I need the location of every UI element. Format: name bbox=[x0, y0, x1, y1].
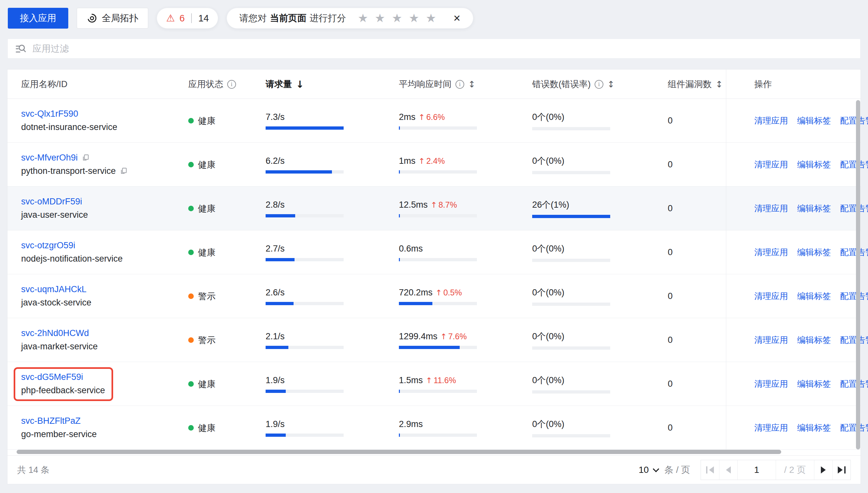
row-action-link[interactable]: 清理应用 bbox=[754, 422, 788, 433]
app-table-panel: 应用名称/ID 应用状态 i 请求量 ↓ 平均响应时间 i ↕ 错误数(错误率)… bbox=[7, 69, 861, 484]
row-action-link[interactable]: 清理应用 bbox=[754, 378, 788, 390]
row-action-link[interactable]: 清理应用 bbox=[754, 203, 788, 214]
row-action-link[interactable]: 编辑标签 bbox=[797, 203, 831, 214]
row-action-link[interactable]: 配置告警 bbox=[840, 159, 868, 170]
add-app-button[interactable]: 接入应用 bbox=[8, 8, 68, 28]
app-name-label: dotnet-insurance-service bbox=[21, 122, 118, 132]
app-status-cell: 健康 bbox=[174, 246, 251, 258]
error-count-cell: 26个(1%) bbox=[518, 199, 653, 218]
row-action-link[interactable]: 清理应用 bbox=[754, 246, 788, 258]
row-action-link[interactable]: 配置告警 bbox=[840, 203, 868, 214]
app-id-link[interactable]: svc-oMDDrF59i bbox=[21, 197, 82, 207]
vertical-scrollbar[interactable] bbox=[856, 100, 860, 449]
app-status-cell: 健康 bbox=[174, 203, 251, 214]
current-page-input[interactable]: 1 bbox=[737, 460, 776, 480]
row-action-link[interactable]: 配置告警 bbox=[840, 115, 868, 126]
star-icon[interactable]: ★ bbox=[392, 12, 402, 24]
row-action-link[interactable]: 清理应用 bbox=[754, 159, 788, 170]
response-time-bar bbox=[399, 126, 477, 130]
info-icon[interactable]: i bbox=[456, 80, 464, 89]
app-id-link[interactable]: svc-BHZFltPaZ bbox=[21, 416, 81, 426]
row-action-link[interactable]: 清理应用 bbox=[754, 335, 788, 346]
rating-text-suffix: 进行打分 bbox=[310, 12, 346, 24]
rating-stars[interactable]: ★★★★★ bbox=[358, 12, 436, 24]
app-id-link[interactable]: svc-dG5MeF59i bbox=[21, 372, 83, 382]
response-time-value: 1299.4ms bbox=[399, 331, 438, 342]
sort-icon[interactable]: ↕ bbox=[716, 79, 723, 89]
request-rate-cell: 2.1/s bbox=[251, 331, 385, 349]
rating-text-prefix: 请您对 bbox=[239, 12, 267, 24]
alert-badge[interactable]: ⚠ 6 14 bbox=[157, 8, 218, 28]
row-action-link[interactable]: 编辑标签 bbox=[797, 422, 831, 433]
app-status-cell: 警示 bbox=[174, 291, 251, 302]
page-size-select[interactable]: 10 bbox=[639, 465, 657, 475]
response-time-bar-fill bbox=[399, 302, 432, 305]
table-footer: 共 14 条 10 条 / 页 1 / 2 页 bbox=[7, 455, 861, 484]
info-icon[interactable]: i bbox=[227, 80, 236, 89]
first-page-button[interactable] bbox=[701, 460, 719, 480]
star-icon[interactable]: ★ bbox=[426, 12, 436, 24]
response-delta-value: 7.6% bbox=[448, 332, 467, 341]
row-action-link[interactable]: 编辑标签 bbox=[797, 246, 831, 258]
row-action-link[interactable]: 编辑标签 bbox=[797, 291, 831, 302]
col-header-actions: 操作 bbox=[726, 69, 861, 99]
last-page-button[interactable] bbox=[832, 460, 850, 480]
response-time-bar-fill bbox=[399, 346, 460, 349]
row-action-link[interactable]: 编辑标签 bbox=[797, 335, 831, 346]
row-action-link[interactable]: 配置告警 bbox=[840, 291, 868, 302]
app-filter-input[interactable] bbox=[33, 44, 853, 54]
sort-desc-icon[interactable]: ↓ bbox=[296, 79, 304, 90]
row-action-link[interactable]: 清理应用 bbox=[754, 115, 788, 126]
chevron-down-icon bbox=[653, 466, 659, 472]
app-id-link[interactable]: svc-uqmJAHCkL bbox=[21, 284, 86, 295]
row-action-link[interactable]: 清理应用 bbox=[754, 291, 788, 302]
star-icon[interactable]: ★ bbox=[409, 12, 419, 24]
total-count: 14 bbox=[198, 13, 209, 24]
col-header-errors[interactable]: 错误数(错误率) i ↕ bbox=[518, 78, 653, 90]
app-id-link[interactable]: svc-MfverOh9i bbox=[21, 153, 78, 163]
app-id-link[interactable]: svc-2hNd0HCWd bbox=[21, 328, 89, 338]
sort-icon[interactable]: ↕ bbox=[468, 79, 475, 89]
row-action-link[interactable]: 编辑标签 bbox=[797, 378, 831, 390]
response-time-bar-fill bbox=[399, 214, 400, 217]
row-action-link[interactable]: 编辑标签 bbox=[797, 159, 831, 170]
request-rate-value: 2.6/s bbox=[266, 287, 385, 298]
response-time-bar-fill bbox=[399, 170, 400, 174]
close-icon[interactable]: ✕ bbox=[453, 13, 461, 24]
next-page-button[interactable] bbox=[814, 460, 832, 480]
row-action-link[interactable]: 配置告警 bbox=[840, 422, 868, 433]
response-time-value: 1.5ms bbox=[399, 376, 423, 385]
request-rate-bar-fill bbox=[266, 302, 294, 305]
star-icon[interactable]: ★ bbox=[375, 12, 385, 24]
error-count-cell: 0个(0%) bbox=[518, 111, 653, 130]
row-action-link[interactable]: 编辑标签 bbox=[797, 115, 831, 126]
prev-page-button[interactable] bbox=[719, 460, 737, 480]
error-count-cell: 0个(0%) bbox=[518, 243, 653, 262]
copy-icon[interactable] bbox=[120, 167, 128, 175]
total-pages-label: / 2 页 bbox=[776, 460, 814, 480]
row-action-link[interactable]: 配置告警 bbox=[840, 378, 868, 390]
global-topology-button[interactable]: 全局拓扑 bbox=[77, 8, 148, 28]
sort-icon[interactable]: ↕ bbox=[607, 79, 615, 89]
row-action-link[interactable]: 配置告警 bbox=[840, 246, 868, 258]
app-name-label: go-member-service bbox=[21, 429, 97, 440]
copy-icon[interactable] bbox=[82, 153, 90, 162]
info-icon[interactable]: i bbox=[595, 80, 604, 89]
request-rate-bar bbox=[266, 433, 344, 437]
star-icon[interactable]: ★ bbox=[358, 12, 368, 24]
app-id-link[interactable]: svc-otzgrO59i bbox=[21, 240, 76, 251]
response-delta-value: 2.4% bbox=[426, 156, 445, 166]
status-label: 警示 bbox=[198, 335, 215, 346]
table-row: svc-dG5MeF59i php-feedback-service 健康 1.… bbox=[7, 362, 861, 406]
request-rate-bar-fill bbox=[266, 433, 286, 437]
row-action-link[interactable]: 配置告警 bbox=[840, 335, 868, 346]
col-header-request[interactable]: 请求量 ↓ bbox=[251, 78, 385, 90]
col-header-vuln[interactable]: 组件漏洞数 ↕ bbox=[653, 78, 726, 90]
error-count-bar bbox=[532, 303, 610, 306]
app-name-box: svc-otzgrO59i nodejs-notification-servic… bbox=[14, 236, 131, 270]
horizontal-scrollbar[interactable] bbox=[17, 450, 781, 454]
col-header-response[interactable]: 平均响应时间 i ↕ bbox=[385, 78, 518, 90]
response-time-bar bbox=[399, 170, 477, 174]
app-id-link[interactable]: svc-Qlx1rF590 bbox=[21, 109, 78, 119]
request-rate-bar-fill bbox=[266, 346, 288, 349]
